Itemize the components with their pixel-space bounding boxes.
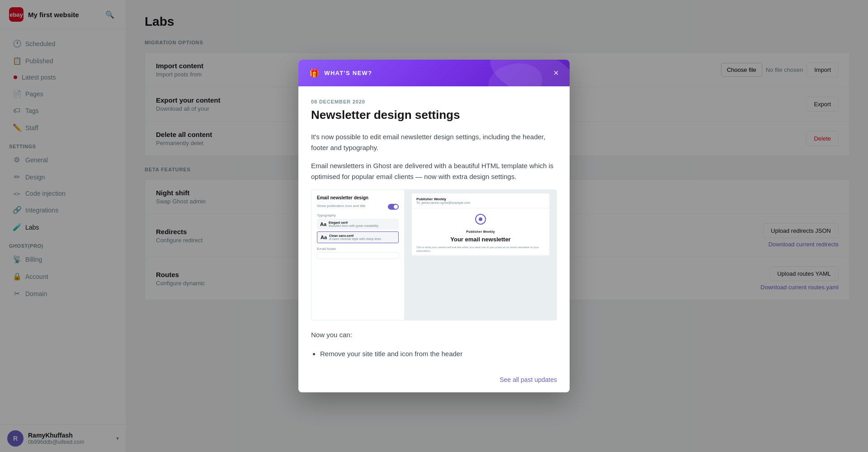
now-you-can: Now you can: <box>311 330 557 340</box>
email-footer-label: Email footer <box>317 247 399 251</box>
email-preview-image: Email newsletter design Show publication… <box>311 189 557 320</box>
modal-overlay[interactable]: 🎁 WHAT'S NEW? × 08 DECEMBER 2020 Newslet… <box>0 0 868 452</box>
email-preview-panel: Publisher Weekly To: james.larson.opme@e… <box>405 190 557 320</box>
bullet-list: Remove your site title and icon from the… <box>311 348 557 360</box>
modal-header: 🎁 WHAT'S NEW? × <box>298 60 570 86</box>
typography-label: Typography <box>317 213 399 217</box>
modal-body: 08 DECEMBER 2020 Newsletter design setti… <box>298 86 570 368</box>
modal-header-title: 🎁 WHAT'S NEW? <box>309 68 372 78</box>
gift-icon: 🎁 <box>309 68 320 78</box>
modal-date: 08 DECEMBER 2020 <box>311 99 557 104</box>
publisher-weekly-label: Publisher Weekly <box>412 230 549 233</box>
modal-body-text-2: Email newsletters in Ghost are delivered… <box>311 160 557 182</box>
font-option-clean: Aa Clean sans-serif A more minimal style… <box>317 231 399 243</box>
panel-title: Email newsletter design <box>317 195 399 200</box>
footer-input[interactable] <box>317 252 399 259</box>
modal-title: Newsletter design settings <box>311 108 557 122</box>
email-logo <box>412 208 549 230</box>
email-card: Publisher Weekly To: james.larson.opme@e… <box>412 193 549 256</box>
font-option-elegant: Aa Elegant serif Beautiful lines with gr… <box>317 219 399 230</box>
see-all-updates-button[interactable]: See all past updates <box>500 376 557 383</box>
modal-body-text-1: It's now possible to edit email newslett… <box>311 132 557 153</box>
toggle-switch <box>388 204 399 210</box>
modal-close-button[interactable]: × <box>553 68 559 78</box>
newsletter-title: Your email newsletter <box>412 236 549 243</box>
bullet-item-1: Remove your site title and icon from the… <box>320 348 557 360</box>
modal-footer: See all past updates <box>298 369 570 392</box>
whats-new-modal: 🎁 WHAT'S NEW? × 08 DECEMBER 2020 Newslet… <box>298 60 570 392</box>
email-card-header: Publisher Weekly To: james.larson.opme@e… <box>412 193 549 208</box>
email-settings-panel: Email newsletter design Show publication… <box>311 190 405 320</box>
email-body: This is what your content will look like… <box>412 243 549 256</box>
